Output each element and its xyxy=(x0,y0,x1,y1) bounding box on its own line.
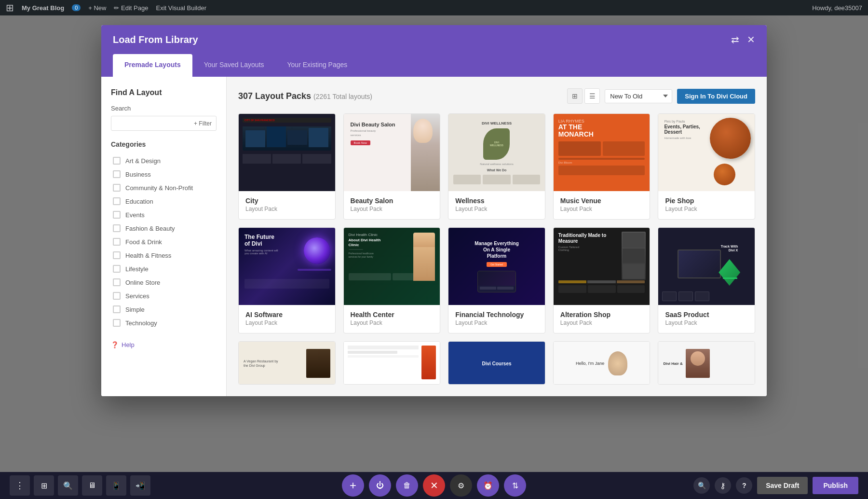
help-link[interactable]: ❓ Help xyxy=(111,341,217,348)
trash-button[interactable]: 🗑 xyxy=(396,474,418,497)
wp-logo-icon[interactable]: ⊞ xyxy=(6,2,14,14)
layout-card-jane[interactable]: Hello, I'm Jane xyxy=(553,341,651,385)
layout-type-alteration: Layout Pack xyxy=(560,319,643,326)
timer-button[interactable]: ⏰ xyxy=(477,474,499,497)
category-online-store[interactable]: Online Store xyxy=(111,276,217,289)
load-from-library-modal: Load From Library ⇄ ✕ Premade Layouts Yo… xyxy=(101,25,767,396)
layout-card-info-city: City Layout Pack xyxy=(239,191,335,219)
help-button[interactable]: ? xyxy=(736,477,752,494)
publish-button[interactable]: Publish xyxy=(813,477,858,494)
save-draft-button[interactable]: Save Draft xyxy=(757,477,808,494)
sidebar: Find A Layout Search + Filter Categories… xyxy=(101,77,227,396)
tab-existing-pages[interactable]: Your Existing Pages xyxy=(276,54,359,77)
category-label-education: Education xyxy=(125,198,153,205)
layout-thumb-alteration: Traditionally Made toMeasure Custom Tail… xyxy=(554,228,650,305)
layout-thumb-health-center: Divi Health Clinic About Divi HealthClin… xyxy=(344,228,440,305)
category-checkbox-health-fitness xyxy=(113,251,121,259)
layout-card-fintech[interactable]: Manage EverythingOn A SinglePlatform Get… xyxy=(448,227,545,333)
filter-button[interactable]: + Filter xyxy=(191,118,215,129)
category-events[interactable]: Events xyxy=(111,208,217,222)
content-header: 307 Layout Packs (2261 Total layouts) ⊞ … xyxy=(238,88,755,104)
close-icon[interactable]: ✕ xyxy=(747,34,755,45)
sort-select[interactable]: New To Old Old To New A to Z Z to A xyxy=(605,89,672,103)
category-education[interactable]: Education xyxy=(111,194,217,208)
layout-card-info-alteration: Alteration Shop Layout Pack xyxy=(554,305,650,333)
layout-card-info-ai: AI Software Layout Pack xyxy=(239,305,335,333)
menu-dots-icon[interactable]: ⋮ xyxy=(10,475,30,496)
layout-card-ai-software[interactable]: The Futureof Divi What amazing content w… xyxy=(238,227,336,333)
category-art[interactable]: Art & Design xyxy=(111,154,217,167)
category-label-technology: Technology xyxy=(125,319,157,327)
new-link[interactable]: + New xyxy=(88,4,106,12)
layout-thumb-pie-shop: Pies by Paula Events, Parties,Dessert Ho… xyxy=(658,114,755,191)
layout-card-pie-shop[interactable]: Pies by Paula Events, Parties,Dessert Ho… xyxy=(658,113,755,220)
list-view-button[interactable]: ☰ xyxy=(584,88,600,104)
split-icon[interactable]: ⇄ xyxy=(731,34,739,45)
layout-card-vegan[interactable]: A Vegan Restaurant bythe Divi Group xyxy=(238,341,336,385)
layout-thumb-city: CITY OF SAN FRANCISCO xyxy=(239,114,335,191)
layout-card-alteration[interactable]: Traditionally Made toMeasure Custom Tail… xyxy=(553,227,651,333)
exit-vb-link[interactable]: Exit Visual Builder xyxy=(156,4,206,12)
edit-page-link[interactable]: ✏ Edit Page xyxy=(114,4,148,12)
bottom-center-controls: + ⏻ 🗑 ✕ ⚙ ⏰ ⇅ xyxy=(342,474,526,497)
layout-type-pie: Layout Pack xyxy=(665,206,748,212)
comment-count-badge[interactable]: 0 xyxy=(72,4,81,11)
layout-card-info-pie: Pie Shop Layout Pack xyxy=(658,191,755,219)
modal-header: Load From Library ⇄ ✕ xyxy=(101,25,767,54)
layout-card-info-wellness: Wellness Layout Pack xyxy=(448,191,545,219)
layout-card-saas[interactable]: Track WithDivi X xyxy=(658,227,755,333)
tablet-view-icon[interactable]: 📱 xyxy=(106,475,126,496)
bottom-right-actions: 🔍 ⚷ ? Save Draft Publish xyxy=(693,477,858,494)
tab-premade-layouts[interactable]: Premade Layouts xyxy=(113,54,192,77)
layout-card-city[interactable]: CITY OF SAN FRANCISCO xyxy=(238,113,336,220)
tab-saved-layouts[interactable]: Your Saved Layouts xyxy=(192,54,276,77)
layout-thumb-ai-software: The Futureof Divi What amazing content w… xyxy=(239,228,335,305)
layout-card-info-beauty: Beauty Salon Layout Pack xyxy=(344,191,440,219)
layout-card-civil-eng[interactable] xyxy=(343,341,441,385)
search-page-icon[interactable]: 🔍 xyxy=(58,475,78,496)
layout-card-music-venue[interactable]: LIA RHYMES AT THEMONARCH Divi Bloom xyxy=(553,113,651,220)
help-icon: ❓ xyxy=(111,341,119,348)
add-content-button[interactable]: + xyxy=(342,474,364,497)
category-checkbox-technology xyxy=(113,319,121,327)
power-button[interactable]: ⏻ xyxy=(369,474,391,497)
modal-body: Find A Layout Search + Filter Categories… xyxy=(101,77,767,396)
mobile-view-icon[interactable]: 📲 xyxy=(130,475,150,496)
layout-card-health-center[interactable]: Divi Health Clinic About Divi HealthClin… xyxy=(343,227,441,333)
layout-card-courses[interactable]: Divi Courses xyxy=(448,341,545,385)
category-checkbox-food xyxy=(113,238,121,246)
category-health-fitness[interactable]: Health & Fitness xyxy=(111,249,217,262)
category-label-lifestyle: Lifestyle xyxy=(125,265,149,273)
layout-name-ai: AI Software xyxy=(245,311,328,319)
grid-view-button[interactable]: ⊞ xyxy=(567,88,583,104)
desktop-view-icon[interactable]: 🖥 xyxy=(82,475,102,496)
search-label: Search xyxy=(111,105,217,112)
category-food[interactable]: Food & Drink xyxy=(111,235,217,249)
search-small-icon[interactable]: 🔍 xyxy=(693,477,710,494)
category-fashion[interactable]: Fashion & Beauty xyxy=(111,222,217,235)
category-technology[interactable]: Technology xyxy=(111,316,217,330)
layout-card-wellness[interactable]: DIVI WELLNESS DIVIWELLNESS Natural welln… xyxy=(448,113,545,220)
sign-in-divi-cloud-button[interactable]: Sign In To Divi Cloud xyxy=(677,89,755,104)
header-actions: ⊞ ☰ New To Old Old To New A to Z Z to A … xyxy=(567,88,755,104)
close-button[interactable]: ✕ xyxy=(423,474,445,497)
layout-card-hair[interactable]: Divi Hair & xyxy=(658,341,755,385)
settings-button[interactable]: ⚙ xyxy=(450,474,472,497)
category-checkbox-education xyxy=(113,197,121,205)
view-toggle: ⊞ ☰ xyxy=(567,88,600,104)
layout-type-ai: Layout Pack xyxy=(245,319,328,326)
layout-icon[interactable]: ⊞ xyxy=(34,475,54,496)
category-services[interactable]: Services xyxy=(111,289,217,303)
category-label-online-store: Online Store xyxy=(125,279,160,286)
category-community[interactable]: Community & Non-Profit xyxy=(111,181,217,194)
main-content: 307 Layout Packs (2261 Total layouts) ⊞ … xyxy=(227,77,767,396)
accessibility-icon[interactable]: ⚷ xyxy=(715,477,731,494)
layout-card-beauty-salon[interactable]: Divi Beauty Salon Professional beautyser… xyxy=(343,113,441,220)
site-name[interactable]: My Great Blog xyxy=(22,4,64,12)
howdy-text: Howdy, dee35007 xyxy=(812,4,862,12)
reorder-button[interactable]: ⇅ xyxy=(504,474,526,497)
category-lifestyle[interactable]: Lifestyle xyxy=(111,262,217,276)
category-simple[interactable]: Simple xyxy=(111,303,217,316)
layout-count: 307 Layout Packs (2261 Total layouts) xyxy=(238,91,372,101)
category-business[interactable]: Business xyxy=(111,167,217,181)
